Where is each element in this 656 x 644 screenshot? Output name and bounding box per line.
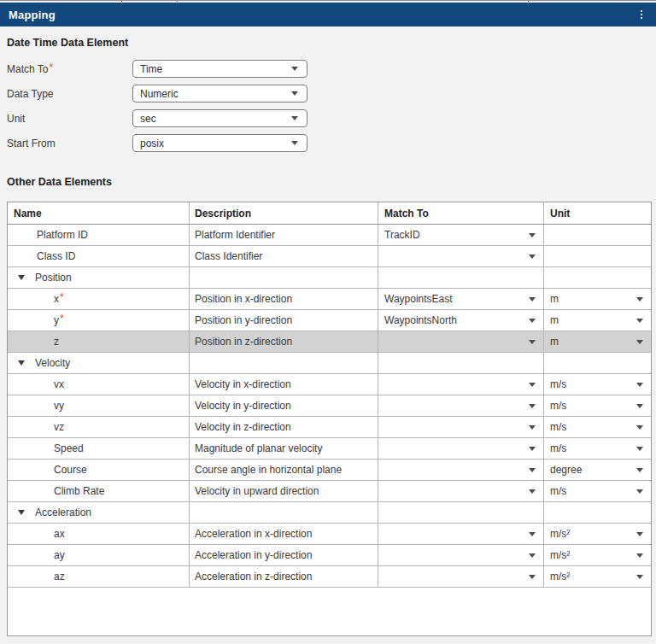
- unit-dropdown-cell: [544, 267, 651, 289]
- chevron-down-icon[interactable]: [529, 575, 536, 579]
- unit-dropdown-cell[interactable]: m/s²: [544, 566, 651, 588]
- table-row-ay[interactable]: ayAcceleration in y-directionm/s²: [8, 545, 651, 566]
- description-cell: Velocity in upward direction: [190, 481, 378, 502]
- table-row-ax[interactable]: axAcceleration in x-directionm/s²: [8, 524, 651, 545]
- match-to-dropdown-cell[interactable]: TrackID: [378, 225, 544, 246]
- table-row-platform-id[interactable]: Platform IDPlatform IdentifierTrackID: [8, 225, 651, 246]
- description-cell: Magnitude of planar velocity: [190, 438, 378, 460]
- data-type-label: Data Type: [7, 88, 132, 100]
- unit-dropdown-cell[interactable]: m/s²: [544, 524, 651, 545]
- unit-dropdown-cell[interactable]: m/s: [544, 417, 651, 438]
- panel-header: Mapping: [0, 3, 656, 26]
- table-row-vx[interactable]: vxVelocity in x-directionm/s: [8, 374, 651, 395]
- unit-dropdown[interactable]: sec: [132, 109, 308, 127]
- chevron-down-icon[interactable]: [529, 297, 536, 302]
- match-to-dropdown-cell[interactable]: WaypointsEast: [378, 289, 544, 310]
- match-to-dropdown-cell[interactable]: [378, 246, 544, 267]
- chevron-down-icon[interactable]: [636, 553, 643, 558]
- chevron-down-icon[interactable]: [636, 297, 643, 302]
- unit-label: Unit: [7, 113, 132, 125]
- chevron-down-icon: [291, 116, 298, 120]
- chevron-down-icon[interactable]: [529, 319, 536, 323]
- chevron-down-icon[interactable]: [529, 532, 536, 536]
- chevron-down-icon[interactable]: [529, 553, 536, 558]
- dropdown-value: Numeric: [140, 88, 291, 100]
- row-name-label: vz: [54, 421, 64, 433]
- chevron-down-icon[interactable]: [529, 233, 536, 237]
- unit-dropdown-cell[interactable]: m/s: [544, 481, 651, 502]
- chevron-down-icon[interactable]: [636, 532, 643, 536]
- chevron-down-icon[interactable]: [529, 425, 536, 430]
- match-to-dropdown[interactable]: Time: [132, 60, 308, 78]
- unit-dropdown-cell[interactable]: m/s²: [544, 545, 651, 566]
- unit-dropdown-cell[interactable]: m: [544, 289, 651, 310]
- chevron-down-icon[interactable]: [636, 340, 643, 344]
- name-cell: Course: [8, 460, 190, 481]
- name-cell: Acceleration: [8, 502, 190, 524]
- chevron-down-icon[interactable]: [636, 319, 643, 323]
- match-to-dropdown-cell[interactable]: [378, 395, 544, 417]
- description-text: Acceleration in y-direction: [195, 549, 312, 561]
- name-cell: Position: [8, 267, 190, 289]
- chevron-down-icon[interactable]: [636, 404, 643, 408]
- chevron-down-icon[interactable]: [636, 425, 643, 430]
- unit-value: m/s²: [550, 571, 570, 583]
- table-row-class-id[interactable]: Class IDClass Identifier: [8, 246, 651, 267]
- unit-dropdown-cell[interactable]: m: [544, 310, 651, 331]
- chevron-down-icon[interactable]: [636, 468, 643, 472]
- group-label: Acceleration: [35, 506, 91, 518]
- match-to-dropdown-cell[interactable]: [378, 374, 544, 395]
- match-to-dropdown-cell[interactable]: [378, 481, 544, 502]
- match-to-dropdown-cell[interactable]: WaypointsNorth: [378, 310, 544, 331]
- name-cell: ax: [8, 524, 190, 545]
- match-to-dropdown-cell[interactable]: [378, 331, 544, 353]
- chevron-down-icon[interactable]: [636, 447, 643, 451]
- collapse-triangle-icon[interactable]: [18, 510, 25, 515]
- chevron-down-icon[interactable]: [529, 447, 536, 451]
- table-row-z[interactable]: zPosition in z-directionm: [8, 331, 651, 353]
- column-header-description: Description: [190, 202, 378, 225]
- chevron-down-icon[interactable]: [636, 489, 643, 494]
- chevron-down-icon[interactable]: [529, 383, 536, 387]
- table-row-speed[interactable]: SpeedMagnitude of planar velocitym/s: [8, 438, 651, 460]
- data-type-dropdown[interactable]: Numeric: [132, 85, 308, 102]
- chevron-down-icon[interactable]: [636, 383, 643, 387]
- chevron-down-icon[interactable]: [529, 404, 536, 408]
- group-row-position[interactable]: Position: [8, 267, 651, 289]
- unit-dropdown-cell[interactable]: degree: [544, 460, 651, 481]
- unit-dropdown-cell[interactable]: m/s: [544, 438, 651, 460]
- collapse-triangle-icon[interactable]: [18, 275, 25, 280]
- start-from-dropdown[interactable]: posix: [132, 134, 308, 152]
- table-row-course[interactable]: CourseCourse angle in horizontal planede…: [8, 460, 651, 481]
- name-cell: ay: [8, 545, 190, 566]
- table-row-y[interactable]: y*Position in y-directionWaypointsNorthm: [8, 310, 651, 331]
- table-row-az[interactable]: azAcceleration in z-directionm/s²: [8, 566, 651, 588]
- match-to-dropdown-cell[interactable]: [378, 524, 544, 545]
- unit-value: m/s: [550, 442, 566, 454]
- section-title-other: Other Data Elements: [7, 176, 656, 188]
- table-row-climb-rate[interactable]: Climb RateVelocity in upward directionm/…: [8, 481, 651, 502]
- match-to-dropdown-cell[interactable]: [378, 438, 544, 460]
- chevron-down-icon[interactable]: [529, 255, 536, 259]
- chevron-down-icon[interactable]: [529, 340, 536, 344]
- chevron-down-icon: [291, 141, 298, 145]
- table-row-x[interactable]: x*Position in x-directionWaypointsEastm: [8, 289, 651, 310]
- vertical-ellipsis-icon[interactable]: [637, 8, 646, 21]
- match-to-dropdown-cell: [378, 353, 544, 374]
- match-to-dropdown-cell[interactable]: [378, 566, 544, 588]
- chevron-down-icon[interactable]: [636, 575, 643, 579]
- group-row-velocity[interactable]: Velocity: [8, 353, 651, 374]
- chevron-down-icon[interactable]: [529, 468, 536, 472]
- table-row-vy[interactable]: vyVelocity in y-directionm/s: [8, 395, 651, 417]
- unit-dropdown-cell[interactable]: m: [544, 331, 651, 353]
- unit-dropdown-cell[interactable]: m/s: [544, 395, 651, 417]
- chevron-down-icon[interactable]: [529, 489, 536, 494]
- match-to-dropdown-cell[interactable]: [378, 460, 544, 481]
- table-row-vz[interactable]: vzVelocity in z-directionm/s: [8, 417, 651, 438]
- collapse-triangle-icon[interactable]: [18, 360, 25, 366]
- match-to-dropdown-cell[interactable]: [378, 417, 544, 438]
- unit-dropdown-cell[interactable]: m/s: [544, 374, 651, 395]
- match-to-dropdown-cell[interactable]: [378, 545, 544, 566]
- description-cell: Acceleration in y-direction: [190, 545, 378, 566]
- group-row-acceleration[interactable]: Acceleration: [8, 502, 651, 524]
